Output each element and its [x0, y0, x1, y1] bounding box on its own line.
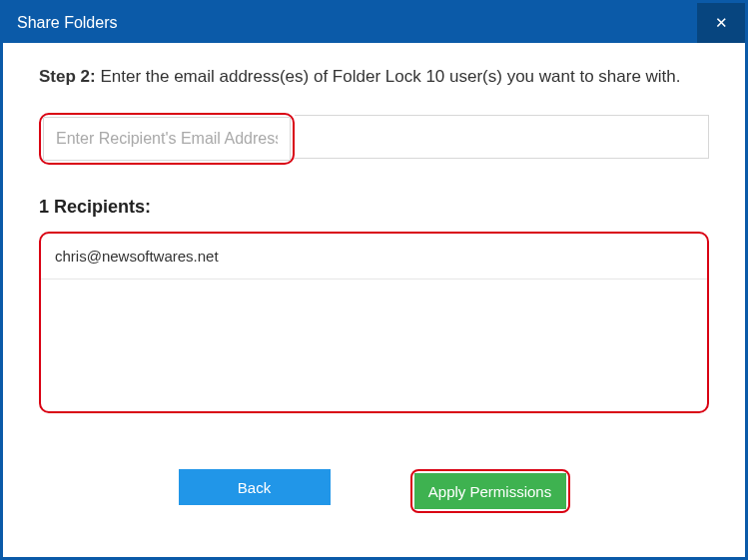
recipient-email: chris@newsoftwares.net [55, 248, 219, 265]
window-title: Share Folders [17, 14, 118, 32]
apply-permissions-button[interactable]: Apply Permissions [414, 473, 566, 509]
recipient-email-input[interactable] [44, 118, 290, 160]
apply-highlight: Apply Permissions [410, 469, 570, 513]
dialog-content: Step 2: Enter the email address(es) of F… [3, 43, 745, 533]
recipients-count-label: 1 Recipients: [39, 197, 709, 218]
dialog-footer: Back Apply Permissions [39, 469, 709, 513]
step-label: Step 2: [39, 67, 96, 86]
close-icon: ✕ [715, 14, 728, 32]
recipients-list: chris@newsoftwares.net [39, 232, 709, 413]
step-instruction: Step 2: Enter the email address(es) of F… [39, 67, 709, 87]
step-description: Enter the email address(es) of Folder Lo… [100, 67, 680, 86]
email-input-highlight [39, 113, 295, 165]
email-input-border [295, 115, 709, 159]
back-button[interactable]: Back [179, 469, 331, 505]
close-button[interactable]: ✕ [697, 3, 745, 43]
email-input-row [39, 113, 709, 165]
titlebar: Share Folders ✕ [3, 3, 745, 43]
list-item[interactable]: chris@newsoftwares.net [41, 234, 707, 280]
